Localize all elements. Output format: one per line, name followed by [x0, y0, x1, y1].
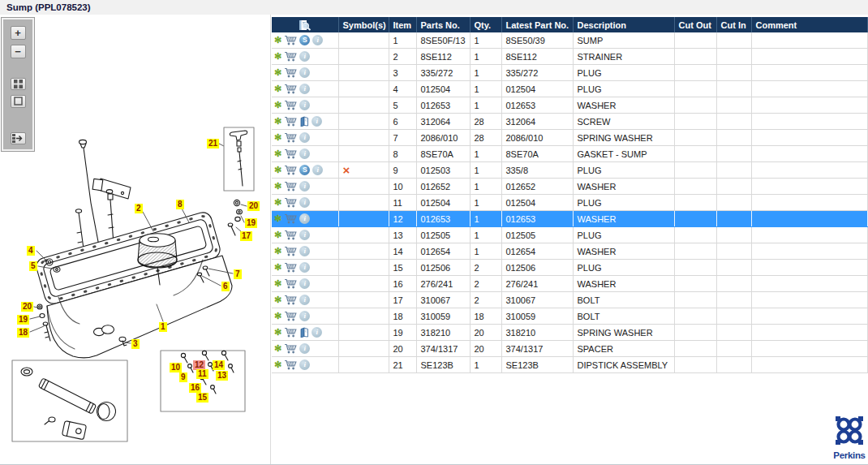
part-label-13[interactable]: 13 — [216, 371, 228, 381]
gear-icon[interactable]: ✻ — [274, 344, 281, 353]
table-row[interactable]: ✻i120126531012653WASHER — [272, 211, 868, 227]
table-row[interactable]: ✻i88SE70A18SE70AGASKET - SUMP — [272, 146, 868, 162]
part-label-15[interactable]: 15 — [196, 393, 208, 403]
part-label-1[interactable]: 1 — [159, 322, 167, 332]
part-label-5[interactable]: 5 — [29, 261, 37, 271]
part-label-3[interactable]: 3 — [131, 339, 140, 349]
info-icon[interactable]: i — [299, 100, 310, 110]
gear-icon[interactable]: ✻ — [274, 68, 281, 77]
gear-icon[interactable]: ✻ — [274, 279, 281, 288]
s-icon[interactable]: S — [299, 35, 310, 45]
gear-icon[interactable]: ✻ — [274, 247, 281, 256]
table-row[interactable]: ✻i28SE11218SE112STRAINER — [272, 49, 868, 65]
part-label-9[interactable]: 9 — [179, 372, 187, 382]
cart-icon[interactable] — [284, 149, 297, 159]
gear-icon[interactable]: ✻ — [274, 84, 281, 93]
fit-view-button[interactable] — [11, 95, 26, 107]
info-icon[interactable]: i — [299, 132, 310, 143]
table-row[interactable]: ✻i110125041012504PLUG — [272, 195, 868, 211]
gear-icon[interactable]: ✻ — [274, 263, 281, 272]
info-icon[interactable]: i — [312, 165, 323, 175]
part-label-19[interactable]: 19 — [245, 218, 257, 228]
info-icon[interactable]: i — [299, 181, 310, 192]
gear-icon[interactable]: ✻ — [274, 360, 281, 369]
info-icon[interactable]: i — [299, 67, 310, 78]
cart-icon[interactable] — [284, 35, 297, 45]
book-icon[interactable] — [299, 116, 309, 127]
info-icon[interactable]: i — [299, 51, 310, 62]
gear-icon[interactable]: ✻ — [274, 230, 281, 239]
table-row[interactable]: ✻i20374/131720374/1317SPACER — [272, 341, 868, 357]
info-icon[interactable]: i — [299, 360, 310, 370]
cart-icon[interactable] — [284, 197, 297, 208]
gear-icon[interactable]: ✻ — [274, 312, 281, 321]
table-row[interactable]: ✻i150125062012506PLUG — [272, 260, 868, 276]
cart-icon[interactable] — [284, 360, 297, 370]
gear-icon[interactable]: ✻ — [274, 182, 281, 191]
info-icon[interactable]: i — [299, 230, 310, 240]
part-label-19[interactable]: 19 — [17, 315, 29, 325]
cart-icon[interactable] — [284, 51, 297, 62]
info-icon[interactable]: i — [312, 116, 322, 127]
cart-icon[interactable] — [284, 116, 297, 127]
info-icon[interactable]: i — [299, 311, 310, 321]
part-label-21[interactable]: 21 — [207, 139, 219, 149]
info-icon[interactable]: i — [299, 278, 310, 289]
part-label-18[interactable]: 18 — [17, 328, 29, 338]
info-icon[interactable]: i — [299, 149, 310, 159]
part-label-11[interactable]: 11 — [196, 369, 208, 379]
gear-icon[interactable]: ✻ — [274, 214, 281, 223]
info-icon[interactable]: i — [312, 35, 323, 45]
table-row[interactable]: ✻i173100672310067BOLT — [272, 292, 868, 308]
table-row[interactable]: ✻i1931821020318210SPRING WASHER — [272, 325, 868, 341]
cart-icon[interactable] — [284, 213, 297, 224]
table-row[interactable]: ✻i21SE123B1SE123BDIPSTICK ASSEMBLY — [272, 357, 868, 373]
gear-icon[interactable]: ✻ — [274, 52, 281, 61]
info-icon[interactable]: i — [299, 84, 310, 94]
table-row[interactable]: ✻Si×90125031335/8PLUG — [272, 162, 868, 179]
info-icon[interactable]: i — [299, 213, 310, 224]
gear-icon[interactable]: ✻ — [274, 149, 281, 158]
table-row[interactable]: ✻i1831005918310059BOLT — [272, 308, 868, 325]
tile-view-button[interactable] — [11, 78, 26, 90]
table-row[interactable]: ✻i100126521012652WASHER — [272, 179, 868, 195]
gear-icon[interactable]: ✻ — [274, 198, 281, 207]
gear-icon[interactable]: ✻ — [274, 295, 281, 304]
info-icon[interactable]: i — [299, 246, 310, 256]
info-icon[interactable]: i — [299, 262, 310, 273]
book-icon[interactable] — [299, 327, 309, 338]
export-panel-button[interactable] — [11, 132, 26, 144]
gear-icon[interactable]: ✻ — [274, 101, 281, 110]
cart-icon[interactable] — [284, 181, 297, 192]
part-label-10[interactable]: 10 — [170, 363, 182, 372]
cart-icon[interactable] — [284, 311, 297, 321]
part-label-20[interactable]: 20 — [247, 201, 260, 211]
cart-icon[interactable] — [284, 262, 297, 273]
part-label-20[interactable]: 20 — [21, 302, 33, 312]
s-icon[interactable]: S — [299, 165, 310, 175]
table-row[interactable]: ✻i16276/2412276/241WASHER — [272, 276, 868, 292]
cart-icon[interactable] — [284, 100, 297, 110]
table-row[interactable]: ✻i50126531012653WASHER — [272, 97, 868, 114]
table-row[interactable]: ✻i631206428312064SCREW — [272, 114, 868, 130]
cart-icon[interactable] — [284, 278, 297, 289]
part-label-17[interactable]: 17 — [240, 231, 252, 241]
gear-icon[interactable]: ✻ — [274, 133, 281, 142]
zoom-in-button[interactable]: + — [11, 26, 26, 40]
cart-icon[interactable] — [284, 246, 297, 256]
cart-icon[interactable] — [284, 67, 297, 78]
part-label-8[interactable]: 8 — [176, 200, 184, 209]
part-label-2[interactable]: 2 — [135, 204, 143, 213]
cart-icon[interactable] — [284, 343, 297, 354]
table-row[interactable]: ✻i72086/010282086/010SPRING WASHER — [272, 130, 868, 146]
info-icon[interactable]: i — [312, 327, 322, 338]
gear-icon[interactable]: ✻ — [274, 166, 281, 174]
info-icon[interactable]: i — [299, 295, 310, 305]
table-row[interactable]: ✻i3335/2721335/272PLUG — [272, 65, 868, 81]
part-label-6[interactable]: 6 — [221, 282, 230, 291]
part-label-14[interactable]: 14 — [213, 360, 225, 370]
table-row[interactable]: ✻i130125051012505PLUG — [272, 227, 868, 243]
cart-icon[interactable] — [284, 327, 297, 338]
cart-icon[interactable] — [284, 165, 297, 175]
cart-icon[interactable] — [284, 230, 297, 240]
